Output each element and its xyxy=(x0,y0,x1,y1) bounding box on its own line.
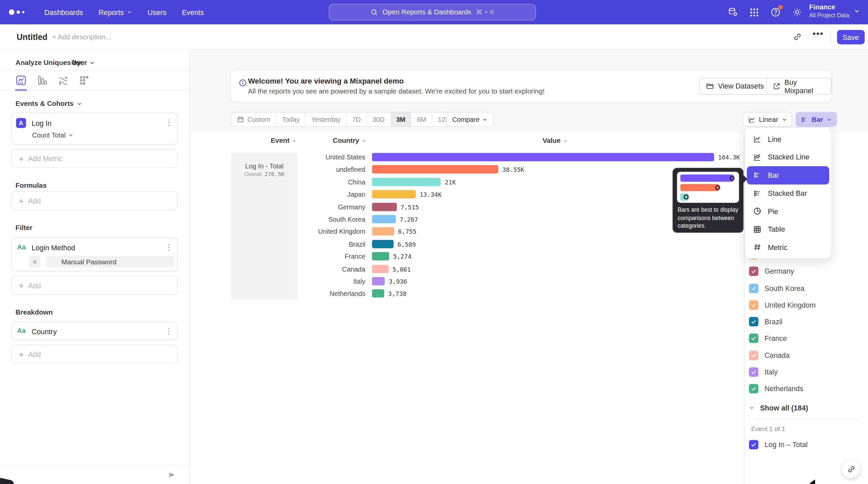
date-range-6m[interactable]: 6M xyxy=(411,113,432,126)
copy-link-icon[interactable] xyxy=(793,32,802,41)
settings-gear-icon[interactable] xyxy=(792,7,803,18)
aggregation-select[interactable]: Count Total xyxy=(32,131,73,139)
value-bar[interactable] xyxy=(372,240,394,248)
share-link-fab[interactable] xyxy=(842,460,860,478)
buy-mixpanel-button[interactable]: Buy Mixpanel xyxy=(766,78,831,95)
add-description-field[interactable]: + Add description... xyxy=(52,33,111,41)
legend-checkbox[interactable] xyxy=(749,283,758,293)
date-range-custom[interactable]: Custom xyxy=(231,113,276,126)
value-bar[interactable] xyxy=(372,153,714,161)
nav-item-users[interactable]: Users xyxy=(148,8,166,16)
kebab-menu-icon[interactable]: ⋮ xyxy=(165,118,173,127)
link-icon xyxy=(847,465,856,474)
add-formula-label: Add xyxy=(28,196,41,205)
help-icon[interactable] xyxy=(770,7,781,18)
save-button[interactable]: Save xyxy=(837,30,865,44)
header-divider xyxy=(830,30,831,44)
legend-checkbox[interactable] xyxy=(749,334,758,343)
legend-series-log-in-total[interactable]: Log In – Total xyxy=(749,440,807,449)
filter-value-chip[interactable]: Manual Password xyxy=(46,256,174,267)
date-range-yesterday[interactable]: Yesterday xyxy=(306,113,346,126)
nav-item-events[interactable]: Events xyxy=(182,8,204,16)
add-formula-button[interactable]: + Add xyxy=(11,191,178,210)
breakdown-card[interactable]: Aa Country ⋮ xyxy=(11,322,178,340)
legend-checkbox[interactable] xyxy=(749,350,758,360)
value-bar[interactable] xyxy=(372,290,384,298)
date-range-today[interactable]: Today xyxy=(276,113,306,126)
series-checkbox[interactable] xyxy=(749,440,758,449)
column-header-country[interactable]: Country xyxy=(333,137,366,144)
kebab-menu-icon[interactable]: ⋮ xyxy=(165,326,173,335)
column-header-value[interactable]: Value xyxy=(542,137,568,144)
dropdown-item-table[interactable]: Table xyxy=(747,220,829,238)
add-filter-button[interactable]: + Add xyxy=(11,276,178,295)
legend-item-italy[interactable]: Italy xyxy=(749,368,778,377)
chart-type-button[interactable]: Bar xyxy=(796,112,837,127)
legend-checkbox[interactable] xyxy=(749,317,758,326)
legend-item-united-kingdom[interactable]: United Kingdom xyxy=(749,300,816,310)
chart-row-brazil: Brazil6,589 xyxy=(191,240,744,248)
value-bar[interactable] xyxy=(372,265,389,273)
filter-card[interactable]: Aa Login Method ⋮ = Manual Password xyxy=(11,237,178,271)
dropdown-item-pie[interactable]: Pie xyxy=(747,202,829,220)
project-switcher[interactable]: Finance All Project Data xyxy=(809,3,860,18)
legend-checkbox[interactable] xyxy=(749,384,758,394)
legend-checkbox[interactable] xyxy=(749,267,758,276)
analyze-entity-select[interactable]: User xyxy=(71,59,95,66)
legend-item-south-korea[interactable]: South Korea xyxy=(749,283,804,293)
events-section-header[interactable]: Events & Cohorts xyxy=(16,100,83,108)
scale-select-button[interactable]: Linear xyxy=(743,112,792,127)
legend-item-germany[interactable]: Germany xyxy=(749,267,794,276)
dropdown-item-metric[interactable]: Metric xyxy=(747,238,829,256)
apps-grid-icon[interactable] xyxy=(749,7,760,18)
compare-button[interactable]: Compare xyxy=(446,112,494,127)
kebab-menu-icon[interactable]: ⋮ xyxy=(165,243,173,252)
report-title[interactable]: Untitled xyxy=(17,32,48,41)
dropdown-item-bar[interactable]: Bar xyxy=(747,166,829,184)
tab-flows[interactable] xyxy=(57,74,70,87)
dropdown-item-line[interactable]: Line xyxy=(747,130,829,148)
filter-operator-chip[interactable]: = xyxy=(29,256,40,267)
mixpanel-logo[interactable] xyxy=(9,9,31,15)
tab-funnels[interactable] xyxy=(36,74,49,87)
date-range-3m[interactable]: 3M xyxy=(391,113,412,126)
date-range-7d[interactable]: 7D xyxy=(347,113,367,126)
dropdown-item-stacked-bar[interactable]: Stacked Bar xyxy=(747,184,829,202)
value-bar[interactable] xyxy=(372,252,390,261)
search-input[interactable]: Open Reports & Dashboards ⌘ + K xyxy=(329,4,536,21)
more-options-icon[interactable]: ••• xyxy=(813,29,824,39)
value-bar[interactable] xyxy=(372,166,498,174)
legend-checkbox[interactable] xyxy=(749,300,758,310)
line-chart-icon xyxy=(748,115,755,123)
legend-item-brazil[interactable]: Brazil xyxy=(749,317,782,326)
legend-item-france[interactable]: France xyxy=(749,334,787,343)
view-datasets-button[interactable]: View Datasets xyxy=(699,78,770,95)
calendar-icon xyxy=(237,116,244,123)
tab-insights[interactable] xyxy=(14,74,28,87)
dropdown-item-stacked-line[interactable]: Stacked Line xyxy=(747,148,829,166)
country-label: United Kingdom xyxy=(191,228,366,236)
tab-retention[interactable] xyxy=(78,74,91,87)
breakdown-property-name: Country xyxy=(32,328,57,336)
add-breakdown-button[interactable]: + Add xyxy=(11,344,178,364)
value-bar[interactable] xyxy=(372,178,441,186)
value-bar[interactable] xyxy=(372,215,396,223)
nav-item-reports[interactable]: Reports xyxy=(98,8,132,16)
legend-item-canada[interactable]: Canada xyxy=(749,350,789,360)
date-range-30d[interactable]: 30D xyxy=(367,113,391,126)
checkmark-icon xyxy=(751,285,756,291)
nav-item-dashboards[interactable]: Dashboards xyxy=(44,8,83,16)
column-header-event[interactable]: Event xyxy=(271,137,297,144)
show-all-button[interactable]: Show all (184) xyxy=(749,404,808,412)
chevron-down-icon xyxy=(854,7,860,14)
collapse-sidebar-button[interactable] xyxy=(167,471,175,479)
legend-item-netherlands[interactable]: Netherlands xyxy=(749,384,803,394)
data-management-icon[interactable] xyxy=(727,7,738,18)
value-bar[interactable] xyxy=(372,277,385,285)
legend-checkbox[interactable] xyxy=(749,368,758,377)
value-bar[interactable] xyxy=(372,203,397,211)
add-metric-button[interactable]: + Add Metric xyxy=(11,149,178,168)
value-bar[interactable] xyxy=(372,227,395,236)
metric-card[interactable]: A Log In ⋮ Count Total xyxy=(11,113,178,145)
value-bar[interactable] xyxy=(372,190,416,198)
